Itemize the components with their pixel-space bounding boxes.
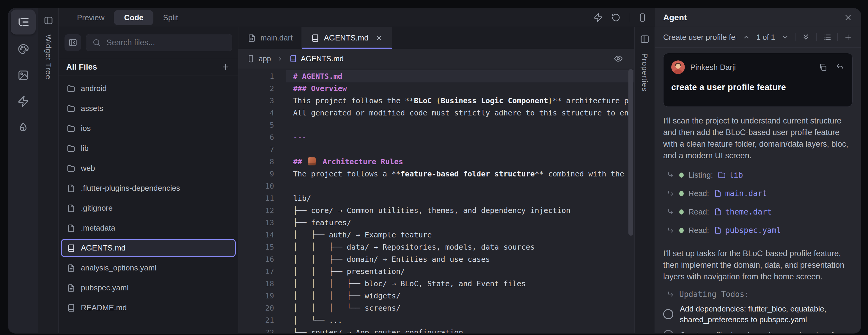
file-list: androidassetsioslibweb.flutter-plugins-d…: [59, 76, 238, 333]
file-row-lib[interactable]: lib: [61, 139, 236, 158]
file-row-.flutter-plugins-dependencies[interactable]: .flutter-plugins-dependencies: [61, 179, 236, 197]
tool-call-target[interactable]: main.dart: [714, 189, 767, 198]
tool-call-target[interactable]: pubspec.yaml: [714, 226, 781, 235]
avatar-image: [671, 60, 685, 74]
copy-message-button[interactable]: [818, 63, 827, 72]
file-name: .gitignore: [81, 203, 113, 213]
chevron-right-icon: [276, 55, 284, 62]
prev-message-button[interactable]: [742, 33, 751, 41]
chevron-up-icon: [742, 33, 751, 41]
widget-tree-button[interactable]: [11, 9, 36, 34]
line-number: 9: [239, 168, 286, 180]
file-row-assets[interactable]: assets: [61, 100, 236, 117]
code-line: 2### Overview: [239, 82, 634, 94]
zap-icon: [593, 13, 603, 22]
thread-list-button[interactable]: [823, 33, 831, 41]
line-number: 11: [239, 192, 286, 204]
main-column: PreviewCodeSplit All Files androidassets…: [59, 8, 655, 333]
panel-icon[interactable]: [43, 15, 54, 26]
file-row-.gitignore[interactable]: .gitignore: [61, 199, 236, 217]
line-number: 13: [239, 217, 286, 229]
explorer-search-row: [59, 27, 238, 58]
search-box[interactable]: [86, 34, 232, 51]
branding-button[interactable]: [10, 115, 36, 140]
properties-strip: Properties: [634, 27, 655, 333]
phone-icon: [638, 13, 647, 22]
app-window: Widget Tree PreviewCodeSplit All Files: [8, 8, 861, 333]
code-line: 20│ │ │ └── screens/: [239, 302, 634, 314]
file-icon: [714, 226, 722, 234]
panel-icon[interactable]: [640, 34, 650, 46]
toolbar-actions: [593, 13, 647, 22]
line-number: 12: [239, 204, 286, 217]
view-tab-split[interactable]: Split: [155, 11, 186, 25]
file-row-.metadata[interactable]: .metadata: [61, 219, 236, 237]
line-number: 10: [239, 180, 286, 192]
status-dot: [679, 191, 684, 196]
add-file-button[interactable]: [221, 62, 230, 72]
file-row-ios[interactable]: ios: [61, 119, 236, 137]
file-text-icon: [67, 263, 75, 273]
tool-call-target[interactable]: theme.dart: [714, 207, 772, 216]
jump-to-latest-button[interactable]: [801, 33, 810, 41]
tool-call-label: Read:: [688, 226, 709, 235]
breadcrumb-item-AGENTS.md[interactable]: AGENTS.md: [289, 54, 344, 63]
agent-header: Agent: [655, 8, 861, 27]
tool-call-row: Read:pubspec.yaml: [663, 221, 852, 240]
properties-strip-label[interactable]: Properties: [640, 53, 649, 92]
file-row-analysis_options.yaml[interactable]: analysis_options.yaml: [61, 259, 236, 277]
run-actions-button[interactable]: [593, 13, 603, 22]
media-button[interactable]: [10, 62, 36, 88]
file-row-android[interactable]: android: [61, 79, 236, 97]
folder-icon: [67, 164, 75, 173]
thread-position: 1 of 1: [756, 33, 775, 41]
close-agent-panel-button[interactable]: [844, 13, 852, 22]
close-tab-button[interactable]: [375, 34, 383, 42]
code-line: 15│ │ ├── data/ → Repositories, models, …: [239, 241, 634, 253]
retry-message-button[interactable]: [836, 63, 844, 72]
file-icon: [714, 189, 722, 198]
file-row-README.md[interactable]: README.md: [61, 299, 236, 317]
corner-down-right-icon: [667, 171, 675, 179]
device-preview-button[interactable]: [638, 13, 647, 22]
droplet-icon: [17, 122, 29, 134]
refresh-button[interactable]: [611, 13, 621, 22]
tool-call-label: Listing:: [688, 170, 713, 180]
file-row-web[interactable]: web: [61, 159, 236, 177]
widget-tree-strip-label[interactable]: Widget Tree: [44, 34, 53, 79]
palette-icon: [17, 43, 29, 55]
user-message-header: Pinkesh Darji: [671, 60, 844, 74]
thread-title-dropdown[interactable]: Create user profile fea...: [663, 33, 736, 42]
preview-eye-button[interactable]: [614, 54, 623, 63]
file-row-AGENTS.md[interactable]: AGENTS.md: [61, 239, 236, 257]
breadcrumb-item-app[interactable]: app: [247, 54, 271, 63]
collapse-panel-button[interactable]: [64, 34, 81, 51]
file-name: ios: [81, 124, 91, 133]
tool-call-label: Read:: [688, 207, 709, 217]
line-number: 1: [239, 70, 286, 82]
folder-icon: [718, 171, 726, 179]
editor-scrollbar[interactable]: [628, 69, 633, 235]
actions-button[interactable]: [10, 89, 36, 114]
next-message-button[interactable]: [781, 33, 789, 41]
book-icon: [67, 304, 75, 312]
brick-emoji: [308, 158, 316, 165]
view-tab-preview[interactable]: Preview: [69, 11, 112, 25]
search-input[interactable]: [106, 38, 226, 48]
theme-palette-button[interactable]: [10, 36, 36, 62]
line-number: 17: [239, 266, 286, 278]
panel-icon[interactable]: [640, 34, 650, 44]
divider: [629, 13, 629, 22]
view-tab-code[interactable]: Code: [114, 10, 153, 25]
line-number: 14: [239, 229, 286, 241]
todo-item: Add dependencies: flutter_bloc, equatabl…: [663, 304, 852, 325]
file-row-pubspec.yaml[interactable]: pubspec.yaml: [61, 279, 236, 297]
editor-tab-main.dart[interactable]: main.dart: [239, 27, 302, 49]
chevrons-down-icon: [801, 33, 810, 41]
new-thread-button[interactable]: [844, 33, 852, 41]
tool-call-target[interactable]: lib: [718, 170, 743, 179]
code-line: 3This project follows the **BLoC (Busine…: [239, 94, 634, 107]
editor-tab-AGENTS.md[interactable]: AGENTS.md: [302, 27, 392, 49]
status-dot: [679, 172, 684, 177]
panel-icon[interactable]: [43, 15, 54, 27]
